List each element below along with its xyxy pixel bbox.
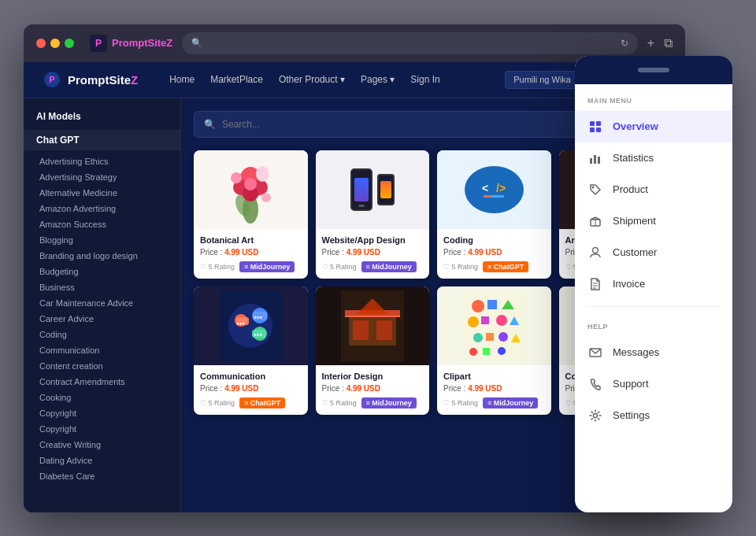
- sidebar-item-communication[interactable]: Communication: [24, 342, 180, 358]
- statistics-label: Statistics: [613, 152, 654, 164]
- product-info-communication: Communication Price : 4.99 USD ♡ 5 Ratin…: [194, 365, 308, 415]
- sidebar-item-dating-advice[interactable]: Dating Advice: [24, 453, 180, 468]
- svg-point-15: [261, 193, 271, 202]
- traffic-lights: [36, 39, 74, 48]
- badge-mj-webapp: ≡ MidJourney: [361, 261, 417, 272]
- product-meta-webapp: ♡ 5 Rating ≡ MidJourney: [322, 261, 424, 272]
- svg-point-60: [498, 347, 506, 355]
- sidebar-item-advertising-ethics[interactable]: Advertising Ethics: [24, 153, 180, 169]
- sidebar-item-amazon-advertising[interactable]: Amazon Advertising: [24, 201, 180, 216]
- sidebar-item-coding[interactable]: Coding: [24, 327, 180, 342]
- svg-text:<: <: [482, 182, 488, 194]
- support-label: Support: [613, 378, 649, 390]
- svg-text:●●●: ●●●: [254, 315, 262, 320]
- product-meta-communication: ♡ 5 Rating ≡ ChatGPT: [200, 397, 302, 408]
- svg-point-47: [472, 300, 484, 312]
- sidebar-item-creative-writing[interactable]: Creative Writing: [24, 437, 180, 453]
- sidebar-item-car-maintenance[interactable]: Car Maintenance Advice: [24, 295, 180, 311]
- mobile-menu-invoice[interactable]: Invoice: [575, 268, 732, 300]
- product-info-coding: Coding Price : 4.99 USD ♡ 5 Rating ≡ Cha…: [437, 229, 551, 279]
- sidebar-title: AI Models: [24, 111, 180, 122]
- mobile-menu-statistics[interactable]: Statistics: [575, 142, 732, 174]
- extensions-button[interactable]: ⧉: [664, 36, 673, 50]
- sidebar-item-copyright-2[interactable]: Copyright: [24, 421, 180, 437]
- mobile-menu-overview[interactable]: Overview: [575, 111, 732, 142]
- badge-mj-clipart: ≡ MidJourney: [483, 397, 538, 408]
- phone-icon: [587, 376, 603, 392]
- nav-other-product[interactable]: Other Product ▾: [279, 74, 345, 85]
- new-tab-button[interactable]: +: [647, 36, 654, 50]
- svg-rect-71: [598, 157, 600, 164]
- svg-rect-42: [353, 320, 369, 340]
- nav-pages[interactable]: Pages ▾: [361, 74, 395, 85]
- mobile-notch: [638, 68, 669, 72]
- product-name-communication: Communication: [200, 372, 302, 381]
- product-card-clipart[interactable]: Clipart Price : 4.99 USD ♡ 5 Rating ≡ Mi…: [437, 286, 551, 415]
- svg-point-50: [468, 316, 479, 327]
- site-logo[interactable]: P PromptSiteZ: [43, 70, 138, 89]
- maximize-button[interactable]: [65, 39, 74, 48]
- mobile-menu-product[interactable]: Product: [575, 174, 732, 205]
- svg-text:●●●: ●●●: [254, 332, 262, 337]
- sidebar-item-advertising-strategy[interactable]: Advertising Strategy: [24, 169, 180, 185]
- sidebar-item-amazon-success[interactable]: Amazon Success: [24, 216, 180, 232]
- svg-point-58: [469, 348, 477, 356]
- browser-tab-logo: P PromptSiteZ: [90, 35, 172, 52]
- sidebar-item-diabetes-care[interactable]: Diabetes Care: [24, 468, 180, 484]
- svg-rect-16: [474, 170, 513, 209]
- settings-label: Settings: [613, 409, 650, 421]
- mobile-menu-settings[interactable]: Settings: [575, 400, 732, 431]
- coding-screen: < />: [465, 166, 524, 213]
- product-card-coding[interactable]: < /> Coding Price : 4.99 USD: [437, 150, 551, 279]
- sidebar-item-content-creation[interactable]: Content creation: [24, 358, 180, 374]
- svg-rect-55: [486, 333, 494, 341]
- product-info-botanical: Botanical Art Price : 4.99 USD ♡ 5 Ratin…: [194, 229, 308, 279]
- svg-rect-48: [487, 300, 497, 309]
- product-card-botanical[interactable]: Botanical Art Price : 4.99 USD ♡ 5 Ratin…: [194, 150, 308, 279]
- product-price-botanical: Price : 4.99 USD: [200, 248, 302, 257]
- sidebar-item-contract-amendments[interactable]: Contract Amendments: [24, 374, 180, 390]
- sidebar-item-blogging[interactable]: Blogging: [24, 232, 180, 248]
- sidebar-item-cooking[interactable]: Cooking: [24, 390, 180, 405]
- botanical-art-svg: [219, 154, 282, 225]
- sidebar-item-copyright-1[interactable]: Copyright: [24, 405, 180, 421]
- badge-cg-coding: ≡ ChatGPT: [483, 261, 528, 272]
- svg-point-56: [498, 332, 508, 342]
- product-name-webapp: Website/App Design: [322, 235, 424, 245]
- sidebar-item-business[interactable]: Business: [24, 279, 180, 295]
- sidebar-item-career-advice[interactable]: Career Advice: [24, 311, 180, 327]
- nav-sign-in[interactable]: Sign In: [410, 74, 439, 85]
- site-logo-icon: P: [43, 70, 61, 89]
- product-card-communication[interactable]: ●●● ●●● ●●● Communication Price : 4.99 U…: [194, 286, 308, 415]
- close-button[interactable]: [36, 39, 46, 48]
- site-logo-text: PromptSiteZ: [68, 73, 138, 87]
- minimize-button[interactable]: [50, 39, 60, 48]
- product-price-interior: Price : 4.99 USD: [322, 384, 424, 393]
- badge-mj-botanical: ≡ MidJourney: [239, 261, 295, 272]
- url-bar[interactable]: 🔍 ↻: [182, 32, 637, 54]
- gear-icon: [587, 408, 603, 423]
- sidebar-item-budgeting[interactable]: Budgeting: [24, 264, 180, 279]
- product-card-webapp[interactable]: Website/App Design Price : 4.99 USD ♡ 5 …: [316, 150, 430, 279]
- sidebar-item-alternative-medicine[interactable]: Alternative Medicine: [24, 185, 180, 201]
- customer-label: Customer: [613, 246, 657, 258]
- nav-marketplace[interactable]: MarketPlace: [210, 74, 263, 85]
- sidebar-item-branding[interactable]: Branding and logo design: [24, 248, 180, 264]
- sidebar: AI Models Chat GPT Advertising Ethics Ad…: [24, 98, 181, 512]
- svg-text:P: P: [49, 75, 54, 84]
- svg-rect-59: [483, 348, 490, 355]
- badge-mj-interior: ≡ MidJourney: [361, 397, 417, 408]
- svg-point-14: [231, 172, 242, 183]
- mobile-menu-support[interactable]: Support: [575, 368, 732, 400]
- mobile-menu-customer[interactable]: Customer: [575, 237, 732, 268]
- browser-actions: + ⧉: [647, 36, 673, 50]
- mobile-menu-messages[interactable]: Messages: [575, 337, 732, 368]
- messages-label: Messages: [613, 346, 659, 358]
- product-card-interior[interactable]: Interior Design Price : 4.99 USD ♡ 5 Rat…: [316, 286, 430, 415]
- refresh-icon[interactable]: ↻: [621, 38, 628, 49]
- product-price-coding: Price : 4.99 USD: [443, 248, 545, 257]
- product-info-webapp: Website/App Design Price : 4.99 USD ♡ 5 …: [316, 229, 430, 279]
- nav-home[interactable]: Home: [169, 74, 195, 85]
- promptsitez-tab-icon: P: [90, 35, 107, 52]
- mobile-menu-shipment[interactable]: Shipment: [575, 205, 732, 237]
